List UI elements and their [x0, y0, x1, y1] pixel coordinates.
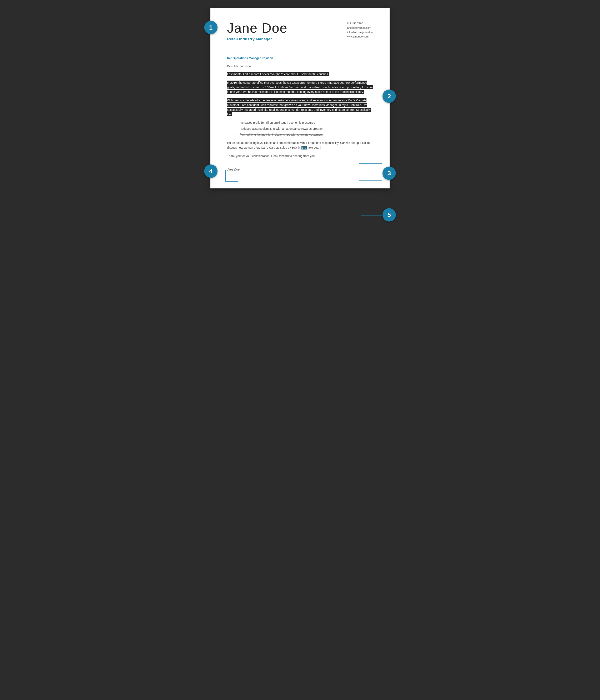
- contact-linkedin: linkedin.com/jane-doe: [347, 31, 373, 34]
- body-content: Re: Operations Manager Position Dear Ms.…: [227, 56, 373, 172]
- annotation-badge-5: 5: [383, 208, 396, 222]
- paragraph-3-highlighted: With nearly a decade of experience in cu…: [227, 98, 371, 117]
- annotation-line-4-h: [225, 181, 238, 181]
- annotation-badge-2: 2: [383, 90, 396, 103]
- annotation-line-2-h: [357, 101, 382, 101]
- header: Jane Doe Retail Industry Manager 123.456…: [227, 21, 373, 46]
- contact-website: www.janedoe.com: [347, 35, 373, 38]
- annotation-badge-1: 1: [204, 21, 217, 34]
- contact-email: janedoc@gmail.com: [347, 26, 373, 29]
- annotation-line-5-h: [361, 215, 382, 216]
- header-left: Jane Doe Retail Industry Manager: [227, 21, 330, 42]
- paragraph-4: I'm an ace at attracting loyal clients a…: [227, 141, 373, 150]
- contact-phone: 123.456.7890: [347, 22, 373, 25]
- section-divider: [227, 50, 373, 50]
- annotation-line-2-v-top: [382, 93, 382, 101]
- annotation-line-3-v: [382, 164, 382, 180]
- signature: Jane Doe: [227, 162, 373, 172]
- closing: Thank you for your consideration. I look…: [227, 154, 373, 158]
- header-divider: [338, 21, 338, 42]
- annotation-line-1-v: [218, 27, 218, 38]
- bullet-list: Increased profit $5 million amid tough e…: [227, 120, 373, 137]
- annotation-line-1-h: [218, 27, 237, 27]
- re-line: Re: Operations Manager Position: [227, 56, 373, 60]
- header-right: 123.456.7890 janedoc@gmail.com linkedin.…: [347, 21, 373, 38]
- page-wrapper: 1 2 3 4 5 Jane Doe Retail Industry Manag…: [210, 8, 390, 189]
- paragraph-3: With nearly a decade of experience in cu…: [227, 98, 373, 117]
- annotation-badge-3: 3: [383, 167, 396, 180]
- job-title: Retail Industry Manager: [227, 37, 330, 42]
- contact-info: 123.456.7890 janedoc@gmail.com linkedin.…: [347, 22, 373, 38]
- annotation-line-3-h-top: [359, 164, 382, 164]
- paragraph-2-highlighted: In 2016, the corporate office that overs…: [227, 81, 373, 94]
- salutation: Dear Ms. Johnson,: [227, 64, 373, 69]
- paragraph-2: In 2016, the corporate office that overs…: [227, 80, 373, 94]
- annotation-line-2-v-bottom: [382, 101, 382, 101]
- annotation-line-4-v: [225, 170, 226, 181]
- paragraph-1: Last month, I hit a record I never thoug…: [227, 72, 373, 76]
- paragraph-1-highlighted: Last month, I hit a record I never thoug…: [227, 72, 329, 76]
- bullet-item-3: Formed long-lasting client relationships…: [240, 132, 373, 137]
- document: Jane Doe Retail Industry Manager 123.456…: [210, 8, 390, 189]
- highlighted-word-the: the: [302, 146, 307, 150]
- annotation-line-3-h-bottom: [359, 180, 382, 180]
- bullet-item-2: Reduced absenteeism 47% with an attendan…: [240, 126, 373, 131]
- annotation-badge-4: 4: [204, 165, 217, 178]
- bullet-item-1: Increased profit $5 million amid tough e…: [240, 120, 373, 125]
- annotation-line-5-v: [382, 209, 382, 216]
- candidate-name: Jane Doe: [227, 21, 330, 35]
